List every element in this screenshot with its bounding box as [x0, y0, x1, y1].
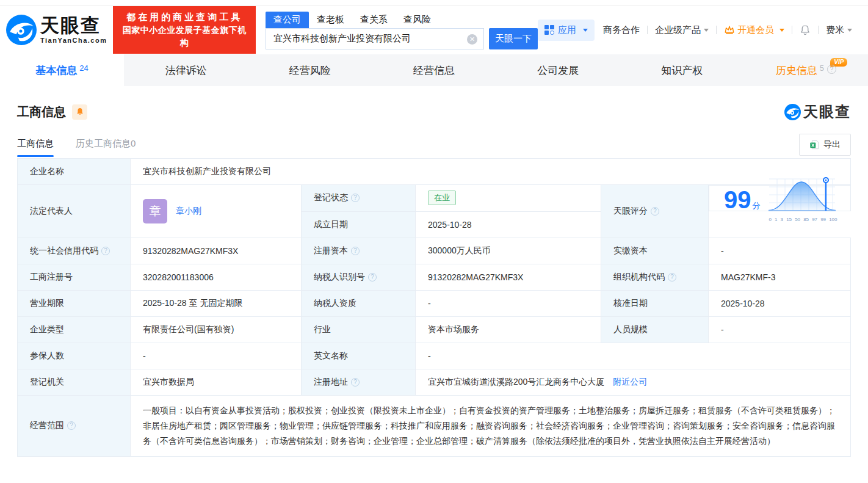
field-label: 人员规模 [601, 316, 709, 343]
divider [792, 26, 792, 34]
page-title: 工商信息 [17, 104, 66, 120]
tianyancha-company-page: 天眼查 TianYanCha.com 都在用的商业查询工具 国家中小企业发展子基… [0, 0, 868, 483]
field-label: 组织机构代码 [601, 264, 709, 290]
export-button[interactable]: 导出 [799, 134, 851, 156]
field-label: 实缴资本 [601, 238, 709, 264]
monitor-bell-icon[interactable] [72, 104, 87, 120]
status-badge: 在业 [428, 191, 456, 205]
taxpayer-qualification-value: - [416, 290, 601, 316]
tab-company-development[interactable]: 公司发展 [496, 54, 620, 86]
info-icon[interactable] [67, 421, 76, 430]
apps-menu-button[interactable]: 应用 [538, 20, 595, 41]
business-term-value: 2025-10-28 至 无固定期限 [131, 290, 302, 316]
logo-subtitle: TianYanCha.com [40, 37, 107, 44]
divider [818, 26, 819, 34]
reg-address-value: 宜兴市宜城街道洑溪路200号汇龙商务中心大厦 附近公司 [416, 369, 851, 395]
search-tab-company[interactable]: 查公司 [266, 12, 309, 28]
info-icon[interactable] [351, 378, 360, 387]
section-header: 工商信息 天眼查 [17, 102, 851, 122]
field-label: 英文名称 [302, 343, 416, 369]
table-row: 参保人数 - 英文名称 - [18, 343, 851, 369]
unified-code-value: 91320282MAG27KMF3X [131, 238, 302, 264]
clear-icon[interactable] [467, 34, 477, 45]
info-icon[interactable] [651, 207, 659, 216]
watermark-text: 天眼查 [803, 102, 851, 122]
business-scope-value: 一般项目：以自有资金从事投资活动；股权投资；创业投资（限投资未上市企业）；自有资… [131, 395, 851, 456]
field-label: 成立日期 [302, 211, 416, 238]
nearby-companies-link[interactable]: 附近公司 [613, 377, 647, 387]
info-icon[interactable] [351, 247, 360, 255]
header: 天眼查 TianYanCha.com 都在用的商业查询工具 国家中小企业发展子基… [0, 5, 868, 54]
search-input[interactable] [266, 29, 483, 49]
field-label: 经营范围 [18, 395, 131, 456]
excel-icon [809, 140, 819, 150]
company-section-tabs: 基本信息24 法律诉讼 经营风险 经营信息 公司发展 知识产权 VIP 历史信息… [0, 54, 868, 86]
tab-basic-info[interactable]: 基本信息24 [0, 54, 124, 86]
score-value: 99分 [709, 185, 851, 211]
search-tabs: 查公司 查老板 查关系 查风险 [266, 11, 538, 28]
chevron-down-icon [583, 29, 588, 32]
tab-legal-proceedings[interactable]: 法律诉讼 [124, 54, 248, 86]
staff-size-value: - [709, 316, 851, 343]
tab-history-info[interactable]: VIP 历史信息 5 [744, 54, 868, 86]
divider [647, 26, 648, 34]
search-tab-boss[interactable]: 查老板 [309, 12, 352, 28]
field-label: 参保人数 [18, 343, 131, 369]
tab-intellectual-property[interactable]: 知识产权 [620, 54, 744, 86]
nav-enterprise-products[interactable]: 企业级产品 [655, 24, 709, 36]
slogan-line1: 都在用的商业查询工具 [119, 10, 250, 24]
field-label: 注册地址 [302, 369, 416, 395]
apps-label: 应用 [558, 24, 576, 36]
tab-count: 24 [79, 64, 88, 73]
field-label: 行业 [302, 316, 416, 343]
business-info-table: 企业名称 宜兴市科技创新产业投资有限公司 法定代表人 章 章小刚 登记状态 在业… [17, 158, 851, 457]
field-label: 核准日期 [601, 290, 709, 316]
tab-count: 5 [820, 64, 824, 73]
reg-authority-value: 宜兴市数据局 [131, 369, 302, 395]
info-icon[interactable] [101, 247, 110, 255]
top-divider [0, 0, 868, 5]
score-distribution-chart[interactable]: 01 315 5085 9799 100 [768, 176, 839, 222]
nav-user-menu[interactable]: 费米 [826, 24, 852, 36]
search-tab-risk[interactable]: 查风险 [396, 12, 439, 28]
notification-bell-icon[interactable] [800, 24, 811, 35]
table-row: 法定代表人 章 章小刚 登记状态 在业 天眼评分 99分 [18, 185, 851, 212]
help-icon[interactable] [827, 65, 836, 74]
score-unit: 分 [753, 201, 761, 210]
tab-operating-info[interactable]: 经营信息 [372, 54, 496, 86]
establish-date-value: 2025-10-28 [416, 211, 601, 238]
field-label: 工商注册号 [18, 264, 131, 290]
avatar[interactable]: 章 [143, 199, 167, 223]
english-name-value: - [416, 343, 851, 369]
field-label: 法定代表人 [18, 185, 131, 238]
nav-open-vip[interactable]: 开通会员 [724, 24, 784, 36]
info-icon[interactable] [368, 273, 377, 281]
legal-rep-link[interactable]: 章小刚 [176, 206, 201, 217]
table-row: 统一社会信用代码 91320282MAG27KMF3X 注册资本 300000万… [18, 238, 851, 264]
search-tab-relation[interactable]: 查关系 [352, 12, 396, 28]
apps-grid-icon [544, 25, 554, 35]
table-row: 营业期限 2025-10-28 至 无固定期限 纳税人资质 - 核准日期 202… [18, 290, 851, 316]
info-icon[interactable] [668, 273, 676, 281]
reg-status-value: 在业 [416, 185, 601, 212]
tianyancha-logo[interactable]: 天眼查 TianYanCha.com [6, 15, 107, 45]
table-row: 工商注册号 320282001183006 纳税人识别号 91320282MAG… [18, 264, 851, 290]
search-box: 查公司 查老板 查关系 查风险 天眼一下 [266, 11, 538, 49]
tianyancha-logo-icon [6, 15, 37, 45]
slogan-banner: 都在用的商业查询工具 国家中小企业发展子基金旗下机构 [113, 6, 256, 54]
approval-date-value: 2025-10-28 [709, 290, 851, 316]
field-label: 登记机关 [18, 369, 131, 395]
info-icon[interactable] [351, 194, 360, 202]
nav-business-cooperation[interactable]: 商务合作 [603, 24, 640, 36]
table-row: 经营范围 一般项目：以自有资金从事投资活动；股权投资；创业投资（限投资未上市企业… [18, 395, 851, 456]
subtab-history-business-info[interactable]: 历史工商信息0 [76, 138, 136, 157]
slogan-line2: 国家中小企业发展子基金旗下机构 [119, 24, 250, 49]
subtab-business-info[interactable]: 工商信息 [17, 138, 54, 157]
tab-operating-risk[interactable]: 经营风险 [248, 54, 372, 86]
score-chart-ticks: 01 315 5085 9799 100 [769, 217, 837, 222]
crown-icon [724, 24, 735, 35]
divider [716, 26, 717, 34]
search-button[interactable]: 天眼一下 [489, 28, 538, 49]
logo-title: 天眼查 [40, 16, 107, 35]
field-label: 登记状态 [302, 185, 416, 212]
